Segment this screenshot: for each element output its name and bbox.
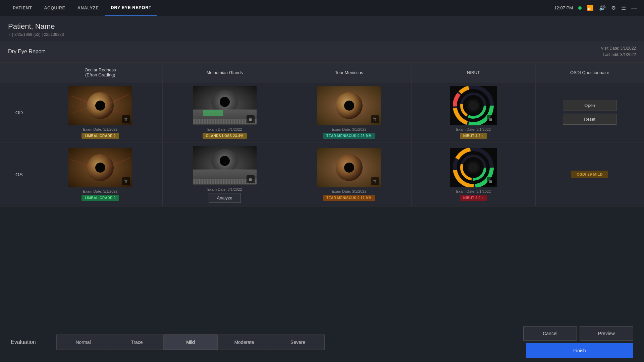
os-redness-badge: LIMBAL GRADE 0	[82, 195, 119, 201]
od-meib-badge: GLANDS LOSS 23.4%	[203, 133, 247, 139]
od-meib-delete-button[interactable]: 🗑	[247, 115, 255, 123]
col-header-nibut: NIBUT	[411, 63, 536, 82]
os-tear-image: 🗑	[317, 148, 381, 187]
od-osdi-cell: Open Reset	[536, 82, 644, 142]
od-tear-iris	[336, 92, 363, 119]
svg-point-27	[469, 163, 478, 172]
os-tear-iris	[336, 154, 363, 181]
eval-btn-moderate[interactable]: Moderate	[217, 335, 271, 350]
od-tear-cell: 🗑 Exam Date: 3/1/2022 TEAR MENISCUS 0.25…	[287, 82, 411, 142]
nav-acquire[interactable]: ACQUIRE	[38, 0, 71, 16]
col-header-osdi: OSDI Questionnaire	[536, 63, 644, 82]
od-tear-delete-button[interactable]: 🗑	[371, 115, 379, 123]
od-nibut-image: 🗑	[450, 86, 497, 125]
os-meib-cell: 🗑 Exam Date: 3/1/2022 Analyze	[162, 142, 287, 206]
os-redness-cell: 🗑 Exam Date: 3/1/2022 LIMBAL GRADE 0	[38, 142, 162, 206]
od-redness-badge: LIMBAL GRADE 2	[82, 133, 119, 139]
action-buttons: Cancel Preview Finish	[523, 326, 633, 358]
os-tear-cell: 🗑 Exam Date: 3/1/2022 TEAR MENISCUS 0.17…	[287, 142, 411, 206]
col-header-redness: Ocular Redness(Efron Grading)	[38, 63, 162, 82]
od-tear-image: 🗑	[317, 86, 381, 125]
nav-analyze[interactable]: ANALYZE	[71, 0, 105, 16]
report-title: Dry Eye Report	[8, 49, 45, 55]
eval-btn-trace[interactable]: Trace	[110, 335, 164, 350]
cancel-button[interactable]: Cancel	[523, 326, 577, 341]
os-nibut-delete-button[interactable]: 🗑	[487, 177, 495, 185]
svg-line-3	[106, 108, 125, 114]
col-header-meib: Meibomian Glands	[162, 63, 287, 82]
os-nibut-cell: 🗑 Exam Date: 3/1/2022 NIBUT 2.0 s	[411, 142, 536, 206]
eye-label-od: OD	[0, 82, 38, 142]
os-tear-delete-button[interactable]: 🗑	[371, 177, 379, 185]
volume-icon[interactable]: 🔊	[599, 5, 606, 11]
od-tear-pupil	[344, 101, 354, 111]
od-redness-delete-button[interactable]: 🗑	[122, 115, 130, 123]
os-nibut-image: 🗑	[450, 148, 497, 187]
od-tear-exam-date: Exam Date: 3/1/2022	[290, 127, 409, 131]
content-area: Ocular Redness(Efron Grading) Meibomian …	[0, 62, 644, 340]
od-meib-cell: 🗑 Exam Date: 3/1/2022 GLANDS LOSS 23.4%	[162, 82, 287, 142]
osdi-open-button[interactable]: Open	[563, 100, 616, 111]
report-table: Ocular Redness(Efron Grading) Meibomian …	[0, 62, 644, 206]
list-icon[interactable]: ☰	[621, 5, 626, 11]
evaluation-bar: Evaluation Normal Trace Mild Moderate Se…	[0, 322, 644, 362]
last-edit: Last edit: 3/1/2022	[601, 52, 636, 58]
od-meib-image: 🗑	[193, 86, 257, 125]
report-header: Dry Eye Report Visit Date: 3/1/2022 Last…	[0, 41, 644, 62]
os-redness-image: 🗑	[68, 148, 132, 187]
os-meib-image: 🗑	[193, 146, 257, 185]
settings-icon[interactable]: ⚙	[611, 5, 616, 11]
col-header-empty	[0, 63, 38, 82]
os-osdi-cell: OSDI 29 MILD	[536, 142, 644, 206]
svg-line-0	[72, 96, 95, 106]
col-header-tear: Tear Meniscus	[287, 63, 411, 82]
od-redness-exam-date: Exam Date: 3/1/2022	[41, 127, 160, 131]
od-nibut-delete-button[interactable]: 🗑	[487, 115, 495, 123]
os-redness-delete-button[interactable]: 🗑	[122, 177, 130, 185]
os-meib-exam-date: Exam Date: 3/1/2022	[165, 187, 284, 191]
nav-dry-eye-report[interactable]: DRY EYE REPORT	[105, 0, 157, 16]
os-tear-pupil	[344, 163, 354, 173]
patient-info-section: Patient, Name ♂ | 3/25/1969 (52) | 22513…	[0, 16, 644, 41]
od-meib-pupil	[220, 97, 230, 107]
evaluation-buttons: Normal Trace Mild Moderate Severe	[56, 335, 325, 350]
preview-button[interactable]: Preview	[580, 326, 633, 341]
gender-icon: ♂	[8, 32, 11, 37]
os-osdi-badge: OSDI 29 MILD	[571, 171, 608, 178]
finish-button[interactable]: Finish	[526, 343, 633, 358]
eval-btn-severe[interactable]: Severe	[271, 335, 325, 350]
report-dates: Visit Date: 3/1/2022 Last edit: 3/1/2022	[601, 45, 636, 58]
od-tear-badge: TEAR MENISCUS 0.25 MM	[323, 133, 375, 139]
os-nibut-exam-date: Exam Date: 3/1/2022	[414, 189, 533, 193]
status-indicator	[578, 6, 582, 10]
eval-btn-mild[interactable]: Mild	[164, 335, 217, 350]
minimize-icon[interactable]: —	[631, 4, 637, 11]
od-redness-image: 🗑	[68, 86, 132, 125]
os-redness-exam-date: Exam Date: 3/1/2022	[41, 189, 160, 193]
svg-line-16	[70, 160, 94, 168]
table-row-od: OD 🗑	[0, 82, 644, 142]
od-nibut-exam-date: Exam Date: 3/1/2022	[414, 127, 533, 131]
svg-line-2	[73, 107, 94, 113]
patient-details: ♂ | 3/25/1969 (52) | 225139323	[8, 32, 636, 37]
eval-btn-normal[interactable]: Normal	[56, 335, 110, 350]
od-redness-cell: 🗑 Exam Date: 3/1/2022 LIMBAL GRADE 2	[38, 82, 162, 142]
os-meib-analyze-button[interactable]: Analyze	[209, 193, 241, 203]
evaluation-label: Evaluation	[11, 339, 51, 345]
os-meib-delete-button[interactable]: 🗑	[247, 175, 255, 183]
os-tear-badge: TEAR MENISCUS 0.17 MM	[323, 195, 375, 201]
os-nibut-badge: NIBUT 2.0 s	[460, 195, 487, 201]
eye-label-os: OS	[0, 142, 38, 206]
patient-name: Patient, Name	[8, 22, 636, 31]
od-nibut-badge: NIBUT 4.2 s	[460, 133, 487, 139]
nav-patient[interactable]: PATIENT	[7, 0, 38, 16]
os-tear-exam-date: Exam Date: 3/1/2022	[290, 189, 409, 193]
top-action-row: Cancel Preview	[523, 326, 633, 341]
svg-point-15	[469, 101, 478, 110]
osdi-reset-button[interactable]: Reset	[563, 114, 616, 125]
table-row-os: OS 🗑 Exam Date: 3/1/2022 LIMB	[0, 142, 644, 206]
patient-id: 225139323	[44, 32, 64, 37]
os-meib-pupil	[220, 156, 230, 166]
patient-dob: 3/25/1969 (52)	[14, 32, 41, 37]
wifi-icon[interactable]: 📶	[587, 5, 594, 11]
